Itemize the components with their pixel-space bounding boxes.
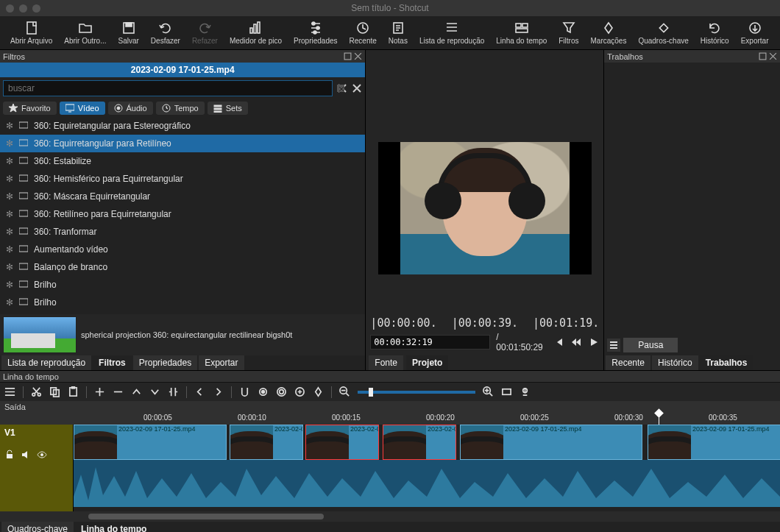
toolbar-history[interactable]: Histórico xyxy=(695,16,735,49)
video-preview[interactable] xyxy=(378,142,592,274)
toolbar-folder[interactable]: Abrir Outro... xyxy=(58,16,112,49)
jobs-tab-trabalhos[interactable]: Trabalhos xyxy=(700,355,754,370)
paste-icon[interactable] xyxy=(68,386,79,397)
preview-tab-projeto[interactable]: Projeto xyxy=(406,355,448,370)
toolbar-export[interactable]: Exportar xyxy=(735,16,775,49)
left-tab-filtros[interactable]: Filtros xyxy=(93,355,132,370)
record-icon[interactable] xyxy=(520,386,531,397)
jobs-menu-icon[interactable] xyxy=(607,338,620,352)
filter-item[interactable]: ✻Aumentando vídeo xyxy=(0,241,365,258)
mute-icon[interactable] xyxy=(21,450,31,460)
skip-back-icon[interactable] xyxy=(553,337,564,347)
detach-icon[interactable] xyxy=(759,52,767,60)
remove-icon[interactable] xyxy=(113,386,124,397)
rewind-icon[interactable] xyxy=(571,337,581,347)
playhead[interactable] xyxy=(659,413,659,425)
menu-icon[interactable] xyxy=(4,386,15,397)
toolbar-notes[interactable]: Notas xyxy=(383,16,414,49)
chip-vídeo[interactable]: Vídeo xyxy=(60,102,105,115)
chip-sets[interactable]: Sets xyxy=(208,102,248,115)
left-tab-lista-de-reprodução[interactable]: Lista de reprodução xyxy=(1,355,91,370)
chip-tempo[interactable]: Tempo xyxy=(156,102,205,115)
lift-icon[interactable] xyxy=(131,386,142,397)
track-head[interactable]: V1 xyxy=(0,425,74,511)
toolbar-markers[interactable]: Marcações xyxy=(585,16,633,49)
zoom-fit-icon[interactable] xyxy=(501,386,512,397)
track-label: V1 xyxy=(4,428,68,438)
clip-name-header: 2023-02-09 17-01-25.mp4 xyxy=(0,63,365,77)
close-icon[interactable] xyxy=(769,52,777,60)
filter-item[interactable]: ✻360: Hemisférico para Equirretangular xyxy=(0,170,365,188)
add-icon[interactable] xyxy=(94,386,105,397)
close-search-icon[interactable] xyxy=(352,83,362,93)
timeline-clip[interactable]: 2023-02-09 17-01-25.mp4 xyxy=(460,425,642,460)
prev-marker-icon[interactable] xyxy=(194,386,205,397)
filter-item[interactable]: ✻360: Máscara Equirretangular xyxy=(0,188,365,205)
scrub-ruler[interactable]: |00:00:00.|00:00:39.|00:01:19. xyxy=(366,314,603,332)
timeline-clip[interactable]: 2023-02-09 17-01-25.mp4 xyxy=(305,425,379,460)
zoom-out-icon[interactable] xyxy=(339,386,350,397)
chip-favorito[interactable]: Favorito xyxy=(3,102,57,115)
zoom-slider[interactable] xyxy=(358,391,475,394)
toolbar-redo[interactable]: Refazer xyxy=(186,16,224,49)
pause-button[interactable]: Pausa xyxy=(623,338,678,352)
timeline-scrollbar[interactable] xyxy=(0,511,780,522)
track-body[interactable]: 2023-02-09 17-01-25.mp42023-02-09 17-01-… xyxy=(74,425,780,511)
tc-input[interactable] xyxy=(370,335,490,350)
toolbar-save[interactable]: Salvar xyxy=(113,16,145,49)
search-input[interactable] xyxy=(3,80,333,96)
close-icon[interactable] xyxy=(354,52,362,60)
scrub-icon[interactable] xyxy=(258,386,269,397)
svg-rect-36 xyxy=(19,299,28,305)
bottom-tab-quadros-chave[interactable]: Quadros-chave xyxy=(1,522,74,532)
toolbar-file[interactable]: Abrir Arquivo xyxy=(4,16,58,49)
svg-point-8 xyxy=(313,31,316,34)
clear-search-icon[interactable] xyxy=(337,83,347,93)
detach-icon[interactable] xyxy=(344,52,352,60)
cut-icon[interactable] xyxy=(31,386,42,397)
zoom-in-icon[interactable] xyxy=(483,386,494,397)
left-tab-propriedades[interactable]: Propriedades xyxy=(133,355,197,370)
filter-item[interactable]: ✻360: Retilíneo para Equirretangular xyxy=(0,205,365,223)
filter-item[interactable]: ✻360: Tranformar xyxy=(0,223,365,241)
toolbar-filters[interactable]: Filtros xyxy=(553,16,584,49)
filter-item[interactable]: ✻Brilho xyxy=(0,276,365,294)
ripple-all-icon[interactable] xyxy=(294,386,305,397)
toolbar-jobs[interactable]: Trabalhos xyxy=(774,16,780,49)
toolbar-playlist[interactable]: Lista de reprodução xyxy=(414,16,490,49)
ruler-label: 00:00:20 xyxy=(426,414,455,422)
ripple-icon[interactable] xyxy=(276,386,287,397)
bottom-tab-linha-do-tempo[interactable]: Linha do tempo xyxy=(75,522,152,532)
svg-rect-17 xyxy=(344,53,351,60)
play-icon[interactable] xyxy=(589,337,599,347)
filter-item[interactable]: ✻Balanço de branco xyxy=(0,258,365,276)
hide-icon[interactable] xyxy=(37,450,47,460)
filter-item[interactable]: ✻360: Equiretangular para Estereográfico xyxy=(0,117,365,135)
jobs-tab-histórico[interactable]: Histórico xyxy=(652,355,698,370)
chip-áudio[interactable]: Áudio xyxy=(108,102,153,115)
filter-item[interactable]: ✻360: Equirretangular para Retilíneo xyxy=(0,135,365,152)
split-icon[interactable] xyxy=(168,386,179,397)
timeline-clip[interactable]: 2023-02-09 17-01-25.mp4 xyxy=(648,425,780,460)
filter-item[interactable]: ✻Brilho xyxy=(0,294,365,311)
jobs-tab-recente[interactable]: Recente xyxy=(606,355,650,370)
toolbar-recent[interactable]: Recente xyxy=(344,16,383,49)
timeline-clip[interactable]: 2023-02-09 17-01-25.mp4 xyxy=(230,425,303,460)
toolbar-meter[interactable]: Medidor de pico xyxy=(224,16,288,49)
lock-icon[interactable] xyxy=(4,450,15,460)
filter-item[interactable]: ✻360: Estabilize xyxy=(0,152,365,170)
left-tab-exportar[interactable]: Exportar xyxy=(199,355,244,370)
toolbar-keyframes[interactable]: Quadros-chave xyxy=(632,16,694,49)
toolbar-props[interactable]: Propriedades xyxy=(288,16,343,49)
toolbar-timeline[interactable]: Linha do tempo xyxy=(490,16,553,49)
copy-icon[interactable] xyxy=(49,386,60,397)
timeline-clip[interactable]: 2023-02-09 17-01-25.mp4 xyxy=(383,425,456,460)
timeline-clip[interactable]: 2023-02-09 17-01-25.mp4 xyxy=(74,425,227,460)
next-marker-icon[interactable] xyxy=(213,386,224,397)
toolbar-undo[interactable]: Desfazer xyxy=(145,16,186,49)
preview-tab-fonte[interactable]: Fonte xyxy=(369,355,403,370)
timeline-ruler[interactable]: 00:00:0500:00:1000:00:1500:00:2000:00:25… xyxy=(0,413,780,425)
snap-icon[interactable] xyxy=(239,386,250,397)
overwrite-icon[interactable] xyxy=(149,386,160,397)
ripple-markers-icon[interactable] xyxy=(313,386,324,397)
